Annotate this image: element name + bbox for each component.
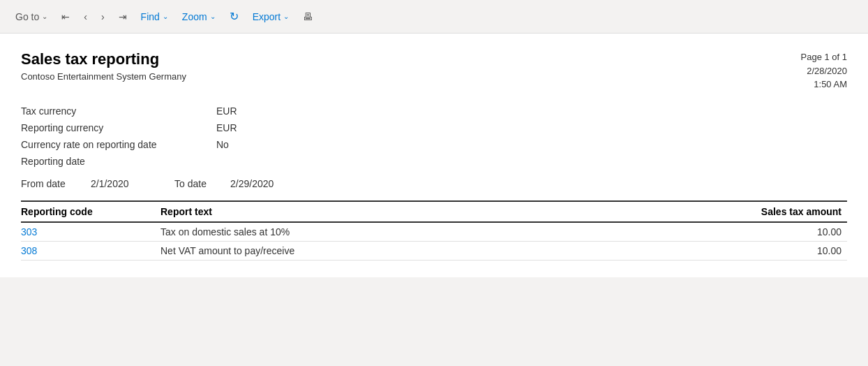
export-label: Export (253, 11, 280, 22)
table-cell-text: Tax on domestic sales at 10% (160, 222, 585, 242)
page-info-line1: Page 1 of 1 (801, 50, 848, 64)
from-date-label: From date (21, 178, 91, 189)
meta-value-tax-currency: EUR (216, 105, 237, 117)
table-cell-code[interactable]: 303 (21, 222, 160, 242)
report-content: Sales tax reporting Contoso Entertainmen… (0, 34, 868, 277)
find-button[interactable]: Find ⌄ (137, 8, 172, 25)
meta-label-currency-rate: Currency rate on reporting date (21, 139, 216, 150)
report-title: Sales tax reporting (21, 50, 186, 68)
meta-label-reporting-currency: Reporting currency (21, 122, 216, 133)
from-date-value: 2/1/2020 (91, 178, 174, 189)
table-row: 308Net VAT amount to pay/receive10.00 (21, 241, 847, 260)
nav-first-button[interactable]: ⇤ (57, 8, 74, 25)
zoom-chevron: ⌄ (210, 13, 216, 20)
nav-prev-icon: ‹ (84, 11, 87, 22)
goto-chevron: ⌄ (42, 13, 47, 20)
nav-last-button[interactable]: ⇥ (114, 8, 131, 25)
meta-row-reporting-currency: Reporting currency EUR (21, 119, 847, 136)
toolbar: Go to ⌄ ⇤ ‹ › ⇥ Find ⌄ Zoom ⌄ ↻ Export ⌄… (0, 0, 868, 34)
table-header-row: Reporting code Report text Sales tax amo… (21, 201, 847, 222)
page-info-line2: 2/28/2020 (801, 64, 848, 78)
refresh-icon: ↻ (230, 10, 239, 23)
col-header-amount: Sales tax amount (585, 201, 847, 222)
page-info: Page 1 of 1 2/28/2020 1:50 AM (801, 50, 848, 92)
nav-first-icon: ⇤ (61, 11, 70, 22)
meta-row-reporting-date: Reporting date (21, 153, 847, 170)
goto-button[interactable]: Go to ⌄ (11, 8, 52, 25)
col-header-text: Report text (160, 201, 585, 222)
zoom-button[interactable]: Zoom ⌄ (178, 8, 220, 25)
find-chevron: ⌄ (163, 13, 168, 20)
to-date-value: 2/29/2020 (230, 178, 300, 189)
export-chevron: ⌄ (283, 13, 289, 20)
col-header-code: Reporting code (21, 201, 160, 222)
table-cell-amount: 10.00 (585, 241, 847, 260)
meta-value-currency-rate: No (216, 139, 229, 150)
meta-label-tax-currency: Tax currency (21, 105, 216, 117)
page-info-line3: 1:50 AM (801, 78, 848, 92)
nav-last-icon: ⇥ (119, 11, 127, 22)
report-header-left: Sales tax reporting Contoso Entertainmen… (21, 50, 186, 82)
table-row: 303Tax on domestic sales at 10%10.00 (21, 222, 847, 242)
nav-prev-button[interactable]: ‹ (80, 8, 91, 25)
export-button[interactable]: Export ⌄ (248, 8, 293, 25)
report-header: Sales tax reporting Contoso Entertainmen… (21, 50, 847, 92)
dates-row: From date 2/1/2020 To date 2/29/2020 (21, 170, 847, 195)
table-cell-amount: 10.00 (585, 222, 847, 242)
report-table: Reporting code Report text Sales tax amo… (21, 200, 847, 261)
nav-next-icon: › (101, 11, 105, 22)
print-icon: 🖶 (303, 11, 313, 22)
zoom-label: Zoom (182, 11, 207, 22)
table-cell-text: Net VAT amount to pay/receive (160, 241, 585, 260)
print-button[interactable]: 🖶 (299, 8, 317, 25)
table-cell-code[interactable]: 308 (21, 241, 160, 260)
meta-value-reporting-currency: EUR (216, 122, 237, 133)
meta-section: Tax currency EUR Reporting currency EUR … (21, 103, 847, 170)
meta-row-currency-rate: Currency rate on reporting date No (21, 136, 847, 153)
meta-label-reporting-date: Reporting date (21, 156, 216, 167)
to-date-label: To date (174, 178, 230, 189)
nav-next-button[interactable]: › (97, 8, 109, 25)
report-company: Contoso Entertainment System Germany (21, 71, 186, 82)
meta-row-tax-currency: Tax currency EUR (21, 103, 847, 119)
find-label: Find (141, 11, 160, 22)
refresh-button[interactable]: ↻ (225, 7, 243, 26)
goto-label: Go to (15, 11, 39, 22)
